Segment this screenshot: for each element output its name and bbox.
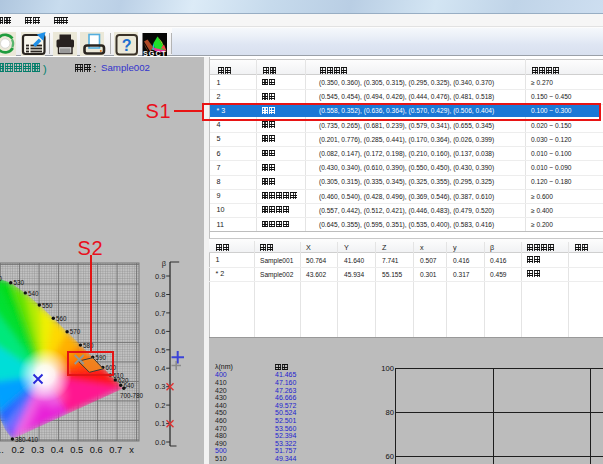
svg-text:530: 530 <box>13 279 24 286</box>
svg-text:380-410: 380-410 <box>15 436 39 443</box>
svg-text:0.7: 0.7 <box>155 309 165 318</box>
svg-text:0.2: 0.2 <box>12 445 25 455</box>
svg-text:80: 80 <box>386 408 394 417</box>
svg-text:0.3: 0.3 <box>155 382 165 391</box>
svg-text:0.4: 0.4 <box>155 364 165 373</box>
svg-text:640: 640 <box>123 382 134 389</box>
svg-text:0.9: 0.9 <box>155 272 165 281</box>
svg-text:560: 560 <box>56 315 67 322</box>
svg-text:0.1: 0.1 <box>155 419 165 428</box>
svg-text:.: . <box>1 445 4 455</box>
svg-text:0.5: 0.5 <box>70 445 83 455</box>
svg-text:0.7: 0.7 <box>109 445 122 455</box>
svg-text:60: 60 <box>386 452 394 461</box>
svg-text:0.2: 0.2 <box>155 401 165 410</box>
svg-text:β: β <box>162 259 167 268</box>
svg-text:?: ? <box>122 37 132 54</box>
svg-text:540: 540 <box>28 290 39 297</box>
svg-text:700-780: 700-780 <box>120 392 144 399</box>
svg-text:x: x <box>129 445 134 455</box>
svg-text:0.4: 0.4 <box>51 445 64 455</box>
svg-text:100: 100 <box>381 364 394 373</box>
svg-text:570: 570 <box>70 328 81 335</box>
svg-text:0.5: 0.5 <box>155 346 165 355</box>
svg-text:550: 550 <box>42 302 53 309</box>
svg-text:0.8: 0.8 <box>155 290 165 299</box>
svg-text:0.6: 0.6 <box>155 327 165 336</box>
svg-text:0.6: 0.6 <box>90 445 103 455</box>
svg-text:0.0: 0.0 <box>155 438 165 447</box>
svg-text:SGCT: SGCT <box>143 49 167 57</box>
svg-text:0.3: 0.3 <box>31 445 44 455</box>
